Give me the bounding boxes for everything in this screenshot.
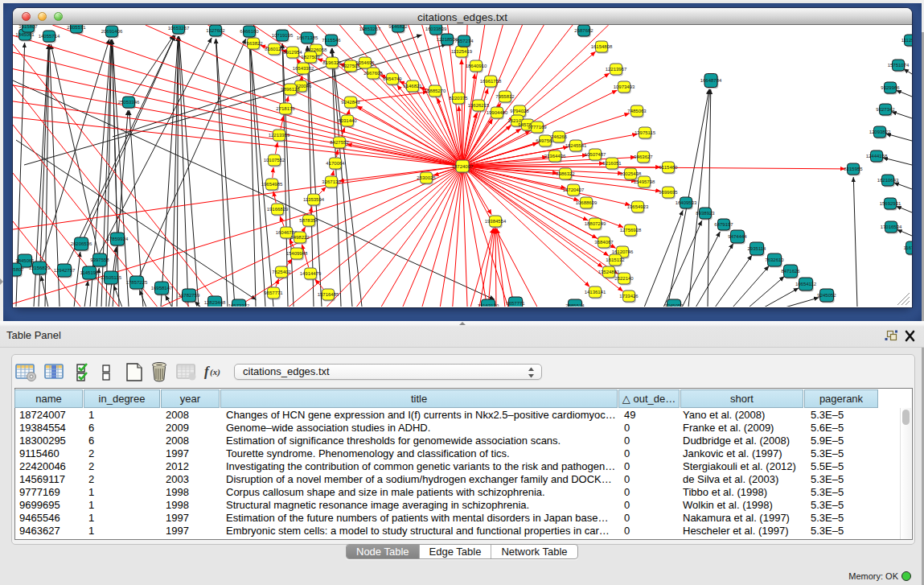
svg-text:12093822: 12093822 — [869, 130, 891, 134]
svg-text:25053346: 25053346 — [118, 100, 140, 105]
svg-text:2305571: 2305571 — [67, 25, 86, 30]
svg-text:8031440: 8031440 — [338, 118, 357, 123]
svg-text:16154808: 16154808 — [591, 44, 613, 49]
svg-text:9777169: 9777169 — [528, 125, 547, 130]
svg-text:19654985: 19654985 — [261, 182, 283, 187]
svg-text:9329966: 9329966 — [881, 85, 900, 90]
svg-text:8912954: 8912954 — [283, 50, 302, 55]
svg-text:10507487: 10507487 — [585, 152, 606, 157]
svg-text:7986322: 7986322 — [556, 171, 575, 176]
svg-text:19163120: 19163120 — [478, 303, 499, 307]
svg-text:10853267: 10853267 — [359, 27, 381, 31]
svg-text:1733426: 1733426 — [619, 294, 639, 299]
svg-text:1845061: 1845061 — [15, 258, 35, 263]
svg-text:16543362: 16543362 — [293, 66, 314, 71]
svg-text:3915807: 3915807 — [13, 267, 24, 272]
svg-text:9699695: 9699695 — [659, 190, 678, 195]
svg-text:11325419: 11325419 — [451, 49, 473, 54]
svg-text:16210643: 16210643 — [877, 178, 899, 183]
svg-text:8454749: 8454749 — [383, 76, 402, 81]
svg-text:10107552: 10107552 — [264, 158, 285, 163]
svg-text:9827503: 9827503 — [301, 55, 320, 60]
svg-text:12942757: 12942757 — [54, 268, 76, 273]
svg-text:9146821: 9146821 — [403, 84, 422, 89]
svg-text:17859924: 17859924 — [107, 237, 129, 241]
svg-text:16033839: 16033839 — [425, 27, 447, 31]
svg-text:7625402: 7625402 — [272, 270, 291, 274]
svg-text:18807249: 18807249 — [585, 221, 606, 226]
svg-text:9794028: 9794028 — [510, 109, 529, 113]
svg-text:11353594: 11353594 — [303, 197, 325, 202]
svg-text:6466160: 6466160 — [240, 29, 259, 34]
svg-text:19904480: 19904480 — [487, 110, 508, 115]
svg-text:12213967: 12213967 — [606, 67, 627, 72]
svg-text:19384554: 19384554 — [485, 219, 507, 224]
svg-text:3915807: 3915807 — [18, 25, 38, 29]
svg-text:8220375: 8220375 — [449, 96, 468, 101]
svg-text:9115460: 9115460 — [659, 165, 679, 170]
svg-text:6479197: 6479197 — [714, 222, 733, 227]
svg-text:16648784: 16648784 — [700, 78, 722, 83]
svg-text:10653267: 10653267 — [168, 26, 190, 31]
svg-text:8427552: 8427552 — [330, 140, 349, 145]
svg-text:9245052: 9245052 — [817, 293, 836, 298]
svg-text:15692931: 15692931 — [880, 201, 901, 206]
svg-text:9657771: 9657771 — [264, 290, 283, 295]
svg-text:9227342: 9227342 — [876, 107, 895, 112]
svg-text:1615132: 1615132 — [606, 257, 625, 262]
svg-text:15885270: 15885270 — [425, 89, 446, 93]
svg-text:1112541: 1112541 — [901, 38, 912, 43]
svg-text:17857225: 17857225 — [126, 280, 148, 285]
svg-text:12213369: 12213369 — [269, 133, 290, 138]
svg-text:1527602: 1527602 — [206, 28, 225, 33]
svg-text:5878354: 5878354 — [299, 218, 318, 223]
svg-text:9242843: 9242843 — [341, 100, 360, 105]
svg-text:4170064: 4170064 — [326, 161, 345, 166]
svg-text:12823448: 12823448 — [204, 300, 226, 305]
svg-text:9245052: 9245052 — [664, 303, 684, 307]
svg-text:10654112: 10654112 — [795, 282, 817, 286]
svg-text:5216051: 5216051 — [602, 161, 622, 166]
svg-text:2718176: 2718176 — [276, 106, 295, 111]
svg-text:19166829: 19166829 — [267, 207, 289, 212]
svg-text:21364436: 21364436 — [544, 154, 566, 159]
svg-text:15720407: 15720407 — [563, 187, 585, 192]
svg-text:8196328: 8196328 — [322, 60, 342, 65]
svg-text:10688609: 10688609 — [576, 200, 598, 205]
svg-text:16120746: 16120746 — [612, 249, 634, 254]
svg-text:1145190: 1145190 — [80, 270, 100, 275]
svg-text:10025438: 10025438 — [620, 171, 642, 176]
svg-text:16961758: 16961758 — [480, 79, 502, 84]
svg-text:20691406: 20691406 — [101, 29, 123, 34]
svg-text:17016534: 17016534 — [881, 225, 902, 229]
svg-text:7515546: 7515546 — [322, 38, 341, 43]
svg-text:2687682: 2687682 — [574, 28, 593, 33]
svg-text:13626215: 13626215 — [468, 103, 490, 108]
svg-text:7632610: 7632610 — [765, 257, 784, 262]
svg-text:8215955: 8215955 — [844, 167, 863, 171]
svg-text:10719195: 10719195 — [272, 33, 294, 38]
svg-text:15716485: 15716485 — [318, 292, 339, 297]
svg-text:12505115: 12505115 — [101, 275, 122, 280]
svg-text:2935114: 2935114 — [748, 246, 767, 251]
svg-text:18245541: 18245541 — [565, 143, 587, 148]
svg-text:13524861: 13524861 — [598, 270, 620, 274]
svg-text:3684067: 3684067 — [594, 240, 614, 245]
svg-text:9146822: 9146822 — [388, 25, 408, 29]
svg-text:9657771: 9657771 — [506, 301, 525, 306]
svg-text:14055714: 14055714 — [39, 34, 60, 39]
svg-text:7485063: 7485063 — [627, 109, 647, 113]
svg-text:9463627: 9463627 — [634, 154, 653, 159]
svg-text:2967608: 2967608 — [363, 71, 383, 76]
svg-text:9896128: 9896128 — [281, 87, 300, 92]
svg-text:16409533: 16409533 — [676, 200, 697, 205]
svg-text:18724007: 18724007 — [452, 164, 474, 169]
svg-text:3498222: 3498222 — [290, 235, 310, 240]
svg-text:12444158: 12444158 — [866, 154, 888, 159]
svg-text:15751074: 15751074 — [888, 63, 910, 68]
svg-text:2885514: 2885514 — [565, 303, 585, 307]
svg-text:18640910: 18640910 — [466, 64, 487, 68]
svg-text:15409948: 15409948 — [286, 251, 308, 256]
svg-text:8938923: 8938923 — [696, 211, 715, 216]
svg-text:8471626: 8471626 — [781, 269, 800, 274]
